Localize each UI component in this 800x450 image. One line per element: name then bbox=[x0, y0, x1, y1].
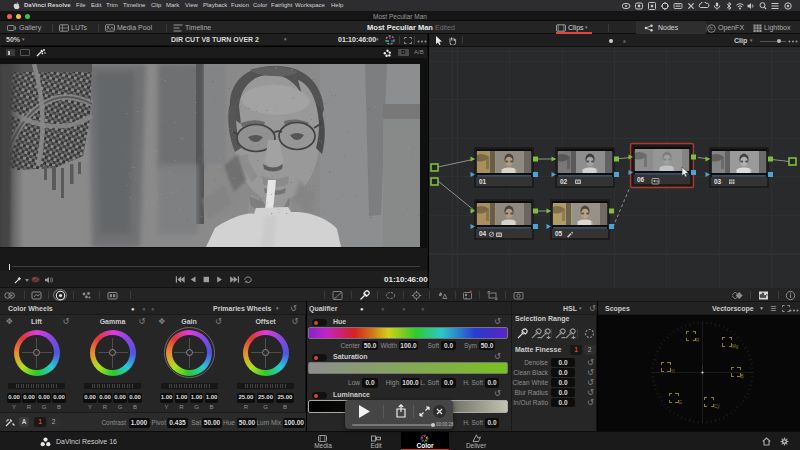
svg-text:03: 03 bbox=[714, 178, 722, 185]
svg-text:fx: fx bbox=[709, 26, 713, 31]
svg-text:06: 06 bbox=[637, 176, 645, 183]
svg-text:Yl: Yl bbox=[671, 369, 675, 374]
svg-text:Cy: Cy bbox=[714, 404, 720, 409]
svg-text:Mg: Mg bbox=[732, 344, 739, 349]
svg-text:R: R bbox=[696, 338, 700, 343]
svg-text:02: 02 bbox=[560, 178, 568, 185]
svg-text:04: 04 bbox=[479, 230, 487, 237]
svg-text:B: B bbox=[741, 374, 744, 379]
svg-text:01: 01 bbox=[479, 178, 487, 185]
svg-text:G: G bbox=[679, 400, 683, 405]
svg-text:05: 05 bbox=[555, 230, 563, 237]
